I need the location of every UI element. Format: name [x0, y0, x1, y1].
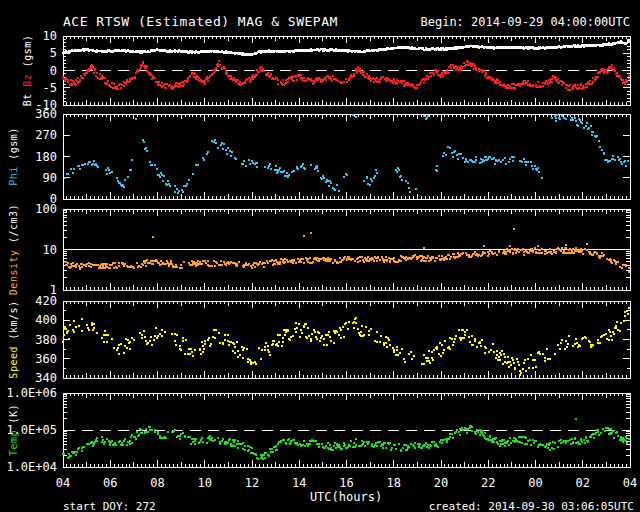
- y-tick-label-density: 10: [43, 243, 57, 257]
- panels-group: 1050-5-10Bt Bz (gsm)360270180900Phi (gsm…: [6, 29, 630, 474]
- panel-temp: 1.0E+061.0E+051.0E+04Temp (K): [6, 386, 630, 474]
- plot-title: ACE RTSW (Estimated) MAG & SWEPAM: [63, 14, 338, 29]
- x-tick-label: 14: [292, 476, 306, 490]
- panel-ylabel-phi: Phi (gsm): [8, 127, 19, 186]
- x-tick-label: 06: [103, 476, 117, 490]
- y-tick-label-speed: 360: [35, 352, 57, 366]
- series-density: [65, 228, 630, 273]
- x-tick-label: 04: [56, 476, 70, 490]
- ace-rtsw-plot-screen: ACE RTSW (Estimated) MAG & SWEPAM Begin:…: [0, 0, 640, 512]
- y-tick-label-phi: 270: [35, 128, 57, 142]
- x-tick-label: 00: [528, 476, 542, 490]
- panel-border: [63, 393, 630, 467]
- footer-start-doy: start DOY: 272: [63, 500, 156, 512]
- y-tick-label-mag: 5: [50, 46, 57, 60]
- y-tick-label-mag: 10: [43, 29, 57, 43]
- series-temp: [62, 418, 630, 461]
- panel-ylabel-temp: Temp (K): [8, 404, 19, 456]
- y-tick-label-mag: -5: [43, 81, 57, 95]
- panel-phi: 360270180900Phi (gsm): [8, 107, 630, 206]
- y-tick-label-temp: 1.0E+04: [6, 460, 57, 474]
- x-tick-label: 20: [434, 476, 448, 490]
- x-tick-label: 16: [339, 476, 353, 490]
- y-tick-label-speed: 380: [35, 333, 57, 347]
- x-tick-label: 02: [576, 476, 590, 490]
- x-tick-label: 04: [623, 476, 637, 490]
- series-bz: [62, 60, 630, 91]
- panel-density: 100101Density (/cm3): [8, 202, 630, 297]
- x-tick-label: 22: [481, 476, 495, 490]
- panel-mag: 1050-5-10Bt Bz (gsm): [22, 29, 631, 112]
- x-axis-tick-labels: 04060810121416182022000204: [56, 476, 637, 490]
- footer-created-timestamp: created: 2014-09-30 03:06:05UTC: [429, 500, 634, 512]
- y-tick-label-speed: 400: [35, 313, 57, 327]
- panel-ylabel-mag: Bt Bz (gsm): [22, 35, 33, 107]
- y-tick-label-mag: 0: [50, 64, 57, 78]
- ace-rtsw-plot: ACE RTSW (Estimated) MAG & SWEPAM Begin:…: [0, 0, 640, 512]
- y-tick-label-speed: 340: [35, 371, 57, 385]
- panel-speed: 420400380360340Speed (km/s): [8, 294, 630, 385]
- x-tick-label: 18: [387, 476, 401, 490]
- y-tick-label-speed: 420: [35, 294, 57, 308]
- panel-ylabel-density: Density (/cm3): [8, 204, 19, 295]
- panel-border: [63, 114, 630, 199]
- series-speed: [62, 307, 630, 377]
- y-tick-label-phi: 360: [35, 107, 57, 121]
- y-tick-label-temp: 1.0E+06: [6, 386, 57, 400]
- x-tick-label: 08: [150, 476, 164, 490]
- y-tick-label-density: 100: [35, 202, 57, 216]
- panel-border: [63, 301, 630, 378]
- x-tick-label: 12: [245, 476, 259, 490]
- begin-timestamp-label: Begin: 2014-09-29 04:00:00UTC: [420, 15, 630, 29]
- x-axis-title: UTC(hours): [310, 490, 382, 504]
- y-tick-label-phi: 180: [35, 150, 57, 164]
- y-tick-label-phi: 90: [43, 171, 57, 185]
- x-tick-label: 10: [198, 476, 212, 490]
- panel-ylabel-speed: Speed (km/s): [8, 300, 19, 378]
- series-phi: [64, 114, 629, 194]
